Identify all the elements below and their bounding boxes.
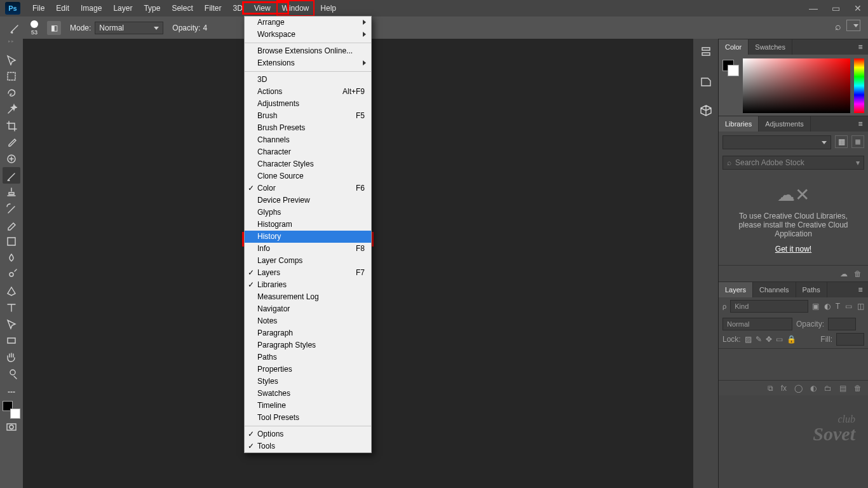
layer-fill-input[interactable] [836, 333, 864, 346]
restore-icon[interactable]: ▭ [832, 3, 840, 13]
menuitem-notes[interactable]: Notes [245, 315, 371, 327]
menuitem-layer-comps[interactable]: Layer Comps [245, 255, 371, 267]
menuitem-glyphs[interactable]: Glyphs [245, 207, 371, 219]
panel-grip[interactable]: ▸▸ [0, 39, 23, 44]
menuitem-tool-presets[interactable]: Tool Presets [245, 412, 371, 424]
menuitem-info[interactable]: InfoF8 [245, 243, 371, 255]
menuitem-paragraph-styles[interactable]: Paragraph Styles [245, 339, 371, 351]
menuitem-clone-source[interactable]: Clone Source [245, 170, 371, 182]
list-view-icon[interactable]: ≣ [851, 135, 864, 148]
trash-icon[interactable]: 🗑 [854, 384, 862, 393]
brush-tool-icon[interactable] [9, 22, 22, 34]
menu-edit[interactable]: Edit [50, 0, 75, 17]
workspace-switcher[interactable] [846, 20, 860, 31]
gradient-tool[interactable] [3, 233, 20, 250]
eyedropper-tool[interactable] [3, 134, 20, 151]
tab-channels[interactable]: Channels [753, 282, 796, 297]
tab-layers[interactable]: Layers [719, 282, 753, 297]
more-tool[interactable] [3, 382, 20, 398]
menuitem-paragraph[interactable]: Paragraph [245, 327, 371, 339]
menu-window[interactable]: Window [276, 0, 315, 17]
menuitem-paths[interactable]: Paths [245, 351, 371, 363]
type-tool[interactable] [3, 299, 20, 316]
menu-help[interactable]: Help [315, 0, 342, 17]
lock-position-icon[interactable]: ✥ [766, 335, 772, 344]
filter-smart-icon[interactable]: ◫ [857, 302, 864, 311]
layer-filter-select[interactable]: Kind [730, 300, 808, 313]
quickmask-toggle[interactable] [3, 419, 20, 435]
menuitem-extensions[interactable]: Extensions [245, 57, 371, 69]
zoom-tool[interactable] [3, 365, 20, 382]
menuitem-brush-presets[interactable]: Brush Presets [245, 122, 371, 134]
hue-slider[interactable] [854, 58, 864, 113]
filter-pixel-icon[interactable]: ▣ [812, 302, 819, 311]
menuitem-browse-extensions-online-[interactable]: Browse Extensions Online... [245, 45, 371, 57]
cloud-sync-icon[interactable]: ☁ [840, 269, 848, 278]
panel-menu-icon[interactable]: ≡ [853, 116, 868, 132]
layer-mask-icon[interactable]: ◯ [794, 384, 803, 393]
menuitem-arrange[interactable]: Arrange [245, 17, 371, 29]
layer-fx-icon[interactable]: fx [781, 384, 787, 393]
menu-filter[interactable]: Filter [199, 0, 227, 17]
menuitem-properties[interactable]: Properties [245, 363, 371, 376]
spot-heal-tool[interactable] [3, 151, 20, 167]
eraser-tool[interactable] [3, 217, 20, 233]
layers-list[interactable] [719, 349, 868, 380]
3d-dock-icon[interactable] [698, 104, 714, 119]
stamp-tool[interactable] [3, 184, 20, 200]
lasso-tool[interactable] [3, 85, 20, 101]
grid-view-icon[interactable]: ▦ [835, 135, 848, 148]
menuitem-navigator[interactable]: Navigator [245, 303, 371, 315]
tab-adjustments[interactable]: Adjustments [759, 116, 811, 132]
move-tool[interactable] [3, 51, 20, 68]
minimize-icon[interactable]: — [809, 3, 818, 13]
get-it-now-link[interactable]: Get it now! [775, 245, 811, 254]
search-icon[interactable]: ⌕ [835, 21, 841, 32]
menuitem-swatches[interactable]: Swatches [245, 388, 371, 400]
menuitem-channels[interactable]: Channels [245, 134, 371, 146]
tab-libraries[interactable]: Libraries [719, 116, 759, 132]
color-field[interactable] [743, 58, 850, 113]
fgbg-swatch[interactable] [722, 60, 739, 76]
menuitem-device-preview[interactable]: Device Preview [245, 194, 371, 207]
menu-layer[interactable]: Layer [107, 0, 138, 17]
panel-menu-icon[interactable]: ≡ [853, 282, 868, 297]
hand-tool[interactable] [3, 349, 20, 365]
menu-3d[interactable]: 3D [227, 0, 248, 17]
history-brush-tool[interactable] [3, 200, 20, 217]
lock-artboard-icon[interactable]: ▭ [776, 335, 783, 344]
close-icon[interactable]: ✕ [854, 3, 862, 13]
menu-select[interactable]: Select [166, 0, 198, 17]
menuitem-3d[interactable]: 3D [245, 74, 371, 86]
filter-shape-icon[interactable]: ▭ [845, 302, 852, 311]
stock-search-input[interactable]: ⌕ Search Adobe Stock ▾ [722, 156, 864, 170]
properties-dock-icon[interactable] [698, 74, 714, 90]
menu-file[interactable]: File [27, 0, 50, 17]
lock-all-icon[interactable]: 🔒 [787, 335, 796, 344]
menu-view[interactable]: View [248, 0, 276, 17]
menuitem-layers[interactable]: ✓LayersF7 [245, 267, 371, 279]
path-select-tool[interactable] [3, 316, 20, 332]
menuitem-styles[interactable]: Styles [245, 376, 371, 388]
menuitem-character[interactable]: Character [245, 146, 371, 158]
panel-menu-icon[interactable]: ≡ [853, 39, 868, 55]
menuitem-adjustments[interactable]: Adjustments [245, 98, 371, 110]
blend-mode-select[interactable]: Normal [722, 318, 792, 330]
blur-tool[interactable] [3, 250, 20, 266]
tab-color[interactable]: Color [719, 39, 749, 55]
menu-image[interactable]: Image [75, 0, 107, 17]
group-icon[interactable]: 🗀 [824, 384, 832, 393]
marquee-tool[interactable] [3, 68, 20, 85]
tab-paths[interactable]: Paths [796, 282, 827, 297]
menuitem-history[interactable]: History [245, 231, 371, 243]
magic-wand-tool[interactable] [3, 101, 20, 118]
brush-preview-icon[interactable] [31, 20, 38, 28]
menuitem-character-styles[interactable]: Character Styles [245, 158, 371, 170]
lock-transparent-icon[interactable]: ▨ [745, 335, 752, 344]
layer-opacity-input[interactable] [828, 318, 856, 330]
menuitem-actions[interactable]: ActionsAlt+F9 [245, 86, 371, 98]
crop-tool[interactable] [3, 118, 20, 134]
filter-type-icon[interactable]: T [836, 302, 840, 311]
adjustment-layer-icon[interactable]: ◐ [810, 384, 817, 393]
fgbg-colors[interactable] [3, 401, 20, 419]
